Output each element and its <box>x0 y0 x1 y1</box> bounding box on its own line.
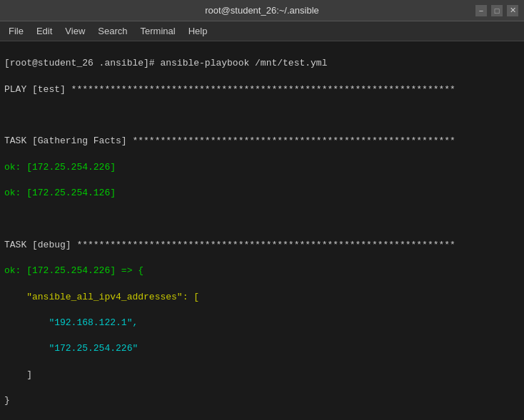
task-gathering-line: TASK [Gathering Facts] *****************… <box>4 135 520 148</box>
empty-line-2 <box>4 212 520 225</box>
val-line-1: "192.168.122.1", <box>4 317 520 329</box>
close-button[interactable]: ✕ <box>507 5 518 16</box>
key-line-1: "ansible_all_ipv4_addresses": [ <box>4 291 520 304</box>
ok-line-1: ok: [172.25.254.226] <box>4 161 520 174</box>
command-line: [root@student_26 .ansible]# ansible-play… <box>4 57 520 70</box>
menu-bar: File Edit View Search Terminal Help <box>0 21 524 41</box>
maximize-button[interactable]: □ <box>491 5 503 16</box>
terminal-content[interactable]: [root@student_26 .ansible]# ansible-play… <box>0 41 524 420</box>
window-title: root@student_26:~/.ansible <box>49 5 475 16</box>
empty-line-1 <box>4 109 520 122</box>
ok-line-2: ok: [172.25.254.126] <box>4 187 520 200</box>
brace-line-1: } <box>4 394 520 407</box>
menu-search[interactable]: Search <box>92 24 133 38</box>
menu-file[interactable]: File <box>3 24 29 38</box>
menu-help[interactable]: Help <box>183 24 213 38</box>
menu-terminal[interactable]: Terminal <box>135 24 181 38</box>
title-bar: root@student_26:~/.ansible − □ ✕ <box>0 0 524 21</box>
val-line-2: "172.25.254.226" <box>4 342 520 355</box>
menu-edit[interactable]: Edit <box>31 24 58 38</box>
play-line: PLAY [test] ****************************… <box>4 83 520 96</box>
menu-view[interactable]: View <box>59 24 91 38</box>
task-debug-line: TASK [debug] ***************************… <box>4 239 520 252</box>
ok-arrow-1: ok: [172.25.254.226] => { <box>4 265 520 277</box>
bracket-line-1: ] <box>4 369 520 381</box>
minimize-button[interactable]: − <box>475 5 487 16</box>
